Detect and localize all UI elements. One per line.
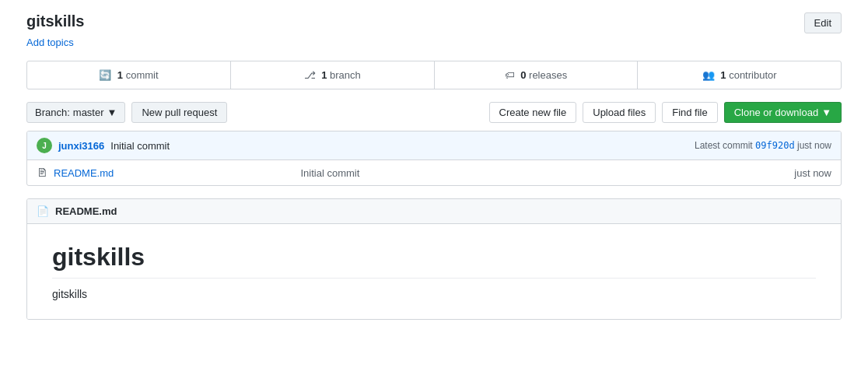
chevron-down-icon: ▼ bbox=[107, 107, 117, 118]
toolbar-right: Create new file Upload files Find file C… bbox=[489, 102, 842, 123]
releases-count: 0 bbox=[520, 69, 526, 81]
branches-count: 1 bbox=[321, 69, 327, 81]
readme-text: gitskills bbox=[52, 288, 816, 300]
file-commit-msg: Initial commit bbox=[300, 167, 794, 179]
file-name-readme[interactable]: README.md bbox=[54, 167, 300, 179]
add-topics-link[interactable]: Add topics bbox=[26, 37, 842, 48]
stats-bar: 🔄 1 commit ⎇ 1 branch 🏷 0 releases 👥 1 c… bbox=[26, 61, 842, 89]
readme-file-icon: 📄 bbox=[37, 205, 49, 217]
file-time: just now bbox=[794, 167, 831, 179]
commit-icon: 🔄 bbox=[99, 69, 111, 81]
branches-label: branch bbox=[330, 69, 361, 81]
people-icon: 👥 bbox=[702, 69, 715, 81]
avatar: J bbox=[37, 138, 52, 153]
toolbar-left: Branch: master ▼ New pull request bbox=[26, 102, 227, 123]
upload-files-button[interactable]: Upload files bbox=[583, 102, 656, 123]
create-new-file-button[interactable]: Create new file bbox=[489, 102, 577, 123]
branches-stat[interactable]: ⎇ 1 branch bbox=[231, 61, 435, 89]
commits-stat[interactable]: 🔄 1 commit bbox=[27, 61, 231, 89]
commit-meta: Latest commit 09f920d just now bbox=[695, 140, 831, 151]
branch-selector[interactable]: Branch: master ▼ bbox=[26, 102, 125, 123]
file-table: J junxi3166 Initial commit Latest commit… bbox=[26, 131, 842, 186]
branch-prefix: Branch: bbox=[35, 107, 70, 118]
tag-icon: 🏷 bbox=[505, 69, 515, 81]
edit-button[interactable]: Edit bbox=[804, 12, 842, 33]
commit-header: J junxi3166 Initial commit Latest commit… bbox=[27, 131, 841, 160]
commits-count: 1 bbox=[117, 69, 123, 81]
commit-header-left: J junxi3166 Initial commit bbox=[37, 138, 170, 153]
contributors-count: 1 bbox=[720, 69, 726, 81]
clone-or-download-button[interactable]: Clone or download ▼ bbox=[724, 102, 842, 123]
releases-stat[interactable]: 🏷 0 releases bbox=[435, 61, 639, 89]
file-icon: 🖹 bbox=[37, 166, 47, 179]
find-file-button[interactable]: Find file bbox=[662, 102, 718, 123]
readme-filename: README.md bbox=[55, 205, 117, 217]
readme-title: gitskills bbox=[52, 243, 816, 279]
readme-section: 📄 README.md gitskills gitskills bbox=[26, 198, 842, 320]
readme-body: gitskills gitskills bbox=[27, 224, 841, 319]
commit-message: Initial commit bbox=[110, 140, 170, 152]
table-row: 🖹 README.md Initial commit just now bbox=[27, 160, 841, 185]
file-toolbar: Branch: master ▼ New pull request Create… bbox=[26, 102, 842, 123]
new-pull-request-button[interactable]: New pull request bbox=[131, 102, 227, 123]
contributors-label: contributor bbox=[729, 69, 776, 81]
chevron-down-icon-green: ▼ bbox=[821, 107, 831, 118]
commit-sha[interactable]: 09f920d bbox=[755, 140, 795, 151]
branch-name: master bbox=[73, 107, 104, 118]
latest-commit-label: Latest commit bbox=[695, 140, 753, 151]
releases-label: releases bbox=[529, 69, 567, 81]
clone-label: Clone or download bbox=[734, 107, 818, 118]
branch-icon: ⎇ bbox=[304, 69, 316, 81]
commit-time: just now bbox=[797, 140, 831, 151]
repo-header: gitskills Edit bbox=[26, 12, 842, 33]
contributors-stat[interactable]: 👥 1 contributor bbox=[638, 61, 841, 89]
commit-author[interactable]: junxi3166 bbox=[58, 140, 104, 152]
repo-title: gitskills bbox=[26, 12, 84, 30]
readme-header: 📄 README.md bbox=[27, 199, 841, 224]
commits-label: commit bbox=[126, 69, 159, 81]
